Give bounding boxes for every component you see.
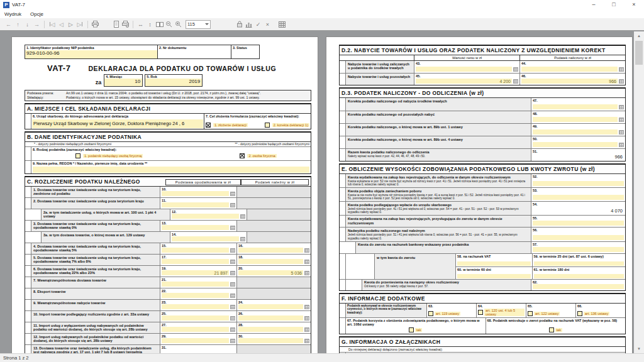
scrollbar-up-icon[interactable]: ▲ — [637, 31, 641, 40]
vertical-scrollbar[interactable]: ▲ ▼ — [634, 31, 644, 353]
input-field-9[interactable] — [33, 167, 309, 173]
input-field-61[interactable] — [534, 274, 625, 278]
scroll-down-icon[interactable]: ↓ — [23, 19, 32, 30]
input-field-13[interactable] — [162, 225, 229, 230]
calculator-icon[interactable] — [304, 248, 309, 253]
input-field-20[interactable]: 5 036 — [238, 270, 303, 275]
input-field-26[interactable] — [238, 315, 303, 321]
calculator-icon[interactable] — [240, 214, 245, 219]
calculator-icon[interactable] — [230, 316, 235, 321]
input-field-59[interactable] — [534, 261, 625, 266]
calculator-icon[interactable] — [230, 305, 235, 309]
calculator-icon[interactable] — [230, 293, 235, 298]
input-field-15[interactable] — [162, 248, 229, 253]
input-field-17[interactable] — [162, 259, 229, 264]
calculator-icon[interactable] — [304, 271, 309, 275]
input-field-52[interactable] — [533, 181, 624, 186]
calculator-icon[interactable] — [619, 143, 624, 147]
calculator-icon[interactable] — [230, 327, 235, 332]
scrollbar-thumb[interactable] — [635, 41, 643, 65]
calculator-icon[interactable] — [304, 305, 309, 309]
calculator-icon[interactable] — [619, 130, 624, 134]
calculator-icon[interactable] — [513, 79, 518, 84]
calculator-icon[interactable] — [230, 248, 235, 253]
fit-width-button[interactable]: ↔ — [136, 19, 145, 30]
input-field-44[interactable] — [521, 67, 618, 72]
input-field-11[interactable] — [162, 202, 229, 207]
input-field-18[interactable] — [238, 259, 303, 264]
input-field-48[interactable] — [533, 117, 618, 122]
checkbox-66[interactable] — [577, 311, 582, 316]
input-field-21[interactable] — [162, 282, 229, 287]
accept-button[interactable]: ✓ — [253, 19, 263, 30]
scroll-up-icon[interactable]: ↑ — [13, 19, 23, 30]
checkbox-65[interactable] — [528, 311, 533, 316]
calculator-icon[interactable] — [619, 105, 624, 109]
checkbox-64[interactable] — [478, 310, 483, 315]
calculator-icon[interactable] — [230, 339, 235, 343]
input-field-30[interactable] — [238, 338, 303, 343]
maximize-button[interactable]: □ — [604, 0, 624, 9]
scroll-left-icon[interactable]: ← — [4, 19, 13, 30]
input-field-43[interactable] — [416, 67, 512, 72]
cancel-button[interactable]: × — [263, 19, 272, 30]
input-field-53[interactable] — [533, 195, 624, 200]
input-field-55[interactable] — [533, 221, 624, 226]
calculator-icon[interactable] — [619, 118, 624, 122]
input-field-28[interactable] — [238, 327, 303, 332]
lock-button[interactable] — [235, 19, 244, 30]
input-field-56[interactable] — [533, 235, 624, 240]
first-page-button[interactable]: ◁ — [47, 19, 57, 30]
input-field-49[interactable] — [533, 129, 618, 134]
input-field-45[interactable]: 4 200 — [416, 79, 512, 84]
input-field-12[interactable] — [172, 214, 239, 219]
calculator-icon[interactable] — [230, 282, 235, 287]
input-field-24[interactable] — [238, 304, 303, 309]
menu-opcje[interactable]: Opcje — [30, 11, 43, 17]
calculator-icon[interactable] — [230, 271, 235, 275]
input-field-47[interactable] — [533, 104, 618, 109]
input-field-62[interactable] — [533, 284, 624, 289]
calculator-icon[interactable] — [304, 316, 309, 321]
scroll-right-icon[interactable]: → — [32, 19, 42, 30]
input-field-46[interactable]: 966 — [521, 79, 618, 84]
fit-height-button[interactable]: ↕ — [145, 19, 155, 30]
input-field-10[interactable] — [162, 191, 229, 196]
nip-field[interactable]: 929-010-00-96 — [25, 50, 157, 58]
scrollbar-down-icon[interactable]: ▼ — [637, 344, 641, 353]
calculator-icon[interactable] — [513, 67, 518, 72]
input-field-27[interactable] — [162, 327, 229, 332]
two-pages-button[interactable] — [155, 19, 164, 30]
export-page-button[interactable] — [111, 19, 121, 30]
checkbox-niebedacy-osoba-fizyczna[interactable] — [75, 153, 80, 158]
input-field-50[interactable] — [533, 142, 618, 147]
input-field-23[interactable] — [162, 304, 229, 309]
zoom-out-button[interactable] — [164, 19, 174, 30]
calculator-icon[interactable] — [304, 260, 309, 264]
calculator-icon[interactable] — [619, 67, 624, 72]
print-settings-button[interactable] — [121, 19, 130, 30]
calculator-icon[interactable] — [230, 203, 235, 207]
tax-office-field[interactable]: Pierwszy Urząd Skarbowy w Zielonej Górze… — [32, 119, 203, 128]
input-field-25[interactable] — [162, 315, 229, 321]
next-page-button[interactable]: ▷ — [66, 19, 75, 30]
zoom-in-button[interactable] — [174, 19, 183, 30]
checkbox-68-tak[interactable] — [549, 327, 554, 332]
calculator-icon[interactable] — [304, 339, 309, 343]
input-field-16[interactable] — [238, 248, 303, 253]
checkbox-osoba-fizyczna[interactable] — [240, 153, 245, 158]
statistics-button[interactable] — [244, 19, 253, 30]
zoom-level-combobox[interactable]: 115 — [186, 20, 211, 29]
calculator-icon[interactable] — [304, 327, 309, 332]
table-view-button[interactable] — [277, 19, 287, 30]
input-field-58[interactable] — [457, 261, 531, 266]
input-field-60[interactable] — [457, 274, 531, 278]
input-field-14[interactable] — [172, 236, 239, 241]
calculator-icon[interactable] — [230, 192, 235, 196]
last-page-button[interactable]: ▷ — [75, 19, 85, 30]
checkbox-63[interactable] — [428, 311, 433, 316]
checkbox-zlozenie-deklaracji[interactable] — [206, 123, 211, 128]
year-field[interactable]: 2019 — [145, 79, 202, 86]
menu-wydruk[interactable]: Wydruk — [4, 11, 21, 17]
checkbox-korekta-deklaracji[interactable] — [265, 123, 270, 128]
